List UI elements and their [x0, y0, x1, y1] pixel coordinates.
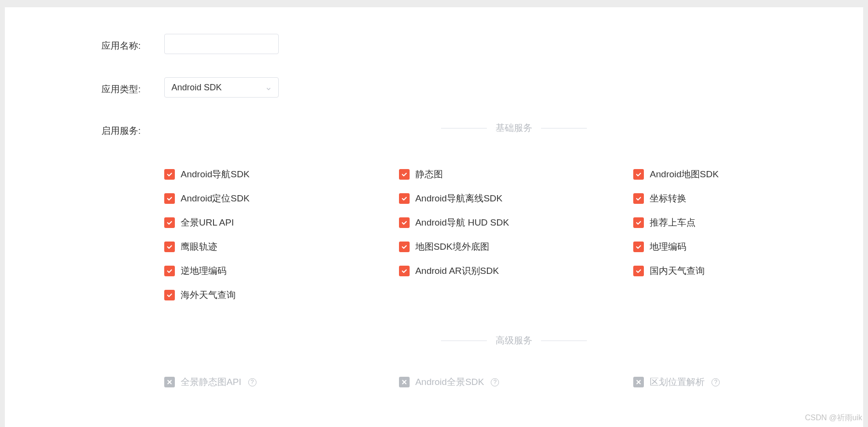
- service-checkbox[interactable]: [399, 266, 410, 276]
- service-checkbox[interactable]: [164, 290, 175, 300]
- services-area: 基础服务 Android导航SDK静态图Android地图SDKAndroid定…: [164, 121, 863, 388]
- service-checkbox[interactable]: [164, 217, 175, 228]
- service-checkbox[interactable]: [633, 242, 644, 252]
- service-checkbox[interactable]: [399, 217, 410, 228]
- divider-line: [441, 128, 487, 128]
- service-item: 静态图: [399, 168, 629, 181]
- help-icon[interactable]: ?: [248, 378, 256, 386]
- service-item: 国内天气查询: [633, 265, 863, 277]
- service-item-disabled: Android全景SDK?: [399, 376, 629, 388]
- service-label: Android导航 HUD SDK: [415, 216, 509, 229]
- service-label: 海外天气查询: [181, 289, 236, 301]
- service-label: 区划位置解析: [650, 376, 705, 388]
- service-label: 国内天气查询: [650, 265, 705, 277]
- service-label: 地理编码: [650, 241, 686, 253]
- advanced-services-grid: 全景静态图API?Android全景SDK?区划位置解析?: [164, 376, 863, 388]
- advanced-section-header: 高级服务: [164, 334, 863, 347]
- service-label: 鹰眼轨迹: [181, 241, 217, 253]
- service-item: 全景URL API: [164, 216, 394, 229]
- service-item: Android导航 HUD SDK: [399, 216, 629, 229]
- chevron-down-icon: [265, 84, 272, 91]
- app-type-row: 应用类型: Android SDK: [101, 77, 863, 98]
- form-card: 应用名称: 应用类型: Android SDK 启用服务: 基础服务 Andro…: [5, 7, 863, 427]
- service-checkbox[interactable]: [164, 193, 175, 204]
- app-name-label: 应用名称:: [101, 36, 164, 52]
- service-checkbox[interactable]: [399, 193, 410, 204]
- help-icon[interactable]: ?: [711, 378, 720, 386]
- service-label: Android全景SDK: [415, 376, 484, 388]
- app-type-select[interactable]: Android SDK: [164, 77, 279, 98]
- basic-section-title: 基础服务: [487, 122, 541, 134]
- service-checkbox[interactable]: [633, 217, 644, 228]
- service-checkbox-disabled: [164, 377, 175, 387]
- app-name-row: 应用名称:: [101, 34, 863, 54]
- services-label: 启用服务:: [101, 121, 164, 137]
- divider-line: [541, 128, 587, 128]
- service-item: Android定位SDK: [164, 192, 394, 205]
- app-name-input[interactable]: [164, 34, 279, 54]
- service-label: 全景静态图API: [181, 376, 242, 388]
- service-label: Android AR识别SDK: [415, 265, 499, 277]
- service-label: 推荐上车点: [650, 216, 696, 229]
- service-checkbox-disabled: [399, 377, 410, 387]
- service-item: Android地图SDK: [633, 168, 863, 181]
- service-item: 坐标转换: [633, 192, 863, 205]
- watermark: CSDN @祈雨uik: [805, 413, 862, 423]
- service-label: 地图SDK境外底图: [415, 241, 489, 253]
- service-label: Android定位SDK: [181, 192, 250, 205]
- divider-line: [541, 341, 587, 341]
- service-label: Android导航离线SDK: [415, 192, 503, 205]
- service-item: Android AR识别SDK: [399, 265, 629, 277]
- service-item-disabled: 全景静态图API?: [164, 376, 394, 388]
- service-label: Android导航SDK: [181, 168, 250, 181]
- service-item: 地图SDK境外底图: [399, 241, 629, 253]
- service-checkbox[interactable]: [399, 169, 410, 180]
- service-label: Android地图SDK: [650, 168, 719, 181]
- service-checkbox[interactable]: [164, 266, 175, 276]
- service-item: 逆地理编码: [164, 265, 394, 277]
- app-type-value: Android SDK: [171, 83, 222, 93]
- basic-section-header: 基础服务: [164, 122, 863, 134]
- service-checkbox[interactable]: [399, 242, 410, 252]
- service-checkbox[interactable]: [164, 169, 175, 180]
- service-item: 地理编码: [633, 241, 863, 253]
- service-checkbox-disabled: [633, 377, 644, 387]
- service-item-disabled: 区划位置解析?: [633, 376, 863, 388]
- service-checkbox[interactable]: [633, 193, 644, 204]
- app-type-label: 应用类型:: [101, 79, 164, 96]
- service-item: 海外天气查询: [164, 289, 394, 301]
- basic-services-grid: Android导航SDK静态图Android地图SDKAndroid定位SDKA…: [164, 168, 863, 301]
- service-item: Android导航离线SDK: [399, 192, 629, 205]
- service-checkbox[interactable]: [164, 242, 175, 252]
- service-item: 推荐上车点: [633, 216, 863, 229]
- service-checkbox[interactable]: [633, 169, 644, 180]
- service-checkbox[interactable]: [633, 266, 644, 276]
- service-label: 静态图: [415, 168, 443, 181]
- help-icon[interactable]: ?: [491, 378, 499, 386]
- service-item: 鹰眼轨迹: [164, 241, 394, 253]
- service-label: 全景URL API: [181, 216, 234, 229]
- service-label: 逆地理编码: [181, 265, 227, 277]
- advanced-section-title: 高级服务: [487, 334, 541, 347]
- service-item: Android导航SDK: [164, 168, 394, 181]
- divider-line: [441, 341, 487, 341]
- service-label: 坐标转换: [650, 192, 686, 205]
- services-row: 启用服务: 基础服务 Android导航SDK静态图Android地图SDKAn…: [101, 121, 863, 388]
